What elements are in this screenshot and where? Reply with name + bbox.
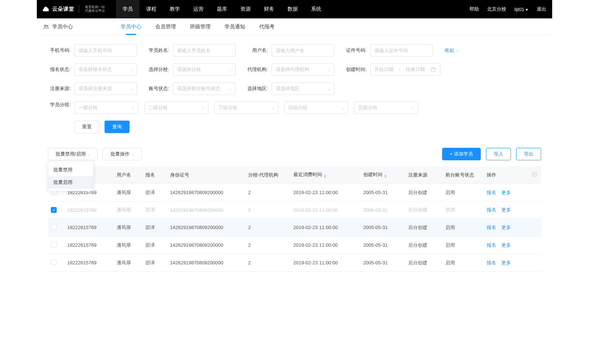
tab-proxy-exam[interactable]: 代报考: [259, 19, 275, 35]
dropdown-disable[interactable]: 批量禁用: [48, 164, 93, 176]
page-title: 学员中心: [52, 24, 73, 30]
action-more[interactable]: 更多: [501, 190, 511, 195]
enrollstatus-select[interactable]: 请选择报名状态⌄: [74, 63, 137, 76]
cell-status: 启用: [442, 254, 484, 272]
cell-created: 2005-05-31: [360, 201, 406, 219]
table-row[interactable]: 18222615769潘筠厚邵泽142629198708092000002201…: [48, 219, 541, 236]
action-signup[interactable]: 报名: [487, 207, 496, 213]
cell-source: 后台创建: [405, 201, 442, 219]
cell-source: 后台创建: [405, 184, 442, 201]
nav-courses[interactable]: 课程: [140, 0, 163, 18]
action-signup[interactable]: 报名: [487, 225, 496, 230]
dropdown-enable[interactable]: 批量启用: [48, 176, 93, 189]
nav-resource[interactable]: 资源: [234, 0, 257, 18]
col-actions: 操作: [484, 166, 541, 184]
nav-finance[interactable]: 财务: [257, 0, 281, 18]
bulk-toggle-button[interactable]: 批量禁用/启用 ⌄: [48, 148, 98, 160]
chevron-up-icon: ︿: [456, 48, 459, 53]
cell-user: 潘筠厚: [114, 236, 142, 254]
name-input[interactable]: [173, 44, 236, 57]
region-select[interactable]: 请选择地区⌄: [272, 82, 334, 95]
group3-select[interactable]: 三级分组⌄: [214, 101, 278, 114]
tab-member-mgmt[interactable]: 会员管理: [155, 19, 176, 35]
chevron-down-icon: ⌄: [229, 87, 232, 91]
action-more[interactable]: 更多: [501, 242, 511, 248]
help-link[interactable]: 帮助: [469, 6, 479, 13]
cell-last: 2019-02-23 11:00:00: [290, 184, 360, 201]
branch-link[interactable]: 北京分校: [487, 6, 506, 13]
gear-icon[interactable]: [532, 171, 537, 178]
add-student-button[interactable]: + 添加学员: [442, 148, 481, 160]
action-more[interactable]: 更多: [501, 260, 511, 265]
nav-ops[interactable]: 运营: [187, 0, 210, 18]
cell-last: 2019-02-23 11:00:00: [290, 201, 360, 219]
col-branch[interactable]: 分校-代理机构: [245, 166, 290, 184]
label-createdtime: 创建时间:: [344, 66, 367, 73]
row-checkbox[interactable]: ✓: [51, 207, 57, 213]
search-button[interactable]: 查询: [105, 121, 130, 133]
cell-actions: 报名更多: [484, 254, 541, 272]
action-signup[interactable]: 报名: [487, 260, 496, 265]
label-acctstatus: 账号状态:: [147, 85, 169, 92]
table-row[interactable]: 18222615769潘筠厚邵泽142629198708092000002201…: [48, 184, 541, 201]
table-row[interactable]: 18222615769潘筠厚邵泽142629198708092000002201…: [48, 254, 541, 272]
label-agency: 代理机构:: [245, 66, 268, 73]
import-button[interactable]: 导入: [486, 148, 511, 160]
cell-status: 禁用: [442, 201, 484, 219]
tab-class-mgmt[interactable]: 班级管理: [190, 19, 211, 35]
nav-question[interactable]: 题库: [210, 0, 234, 18]
reset-button[interactable]: 重置: [74, 121, 99, 133]
branch-select[interactable]: 请选择分校⌄: [173, 63, 236, 76]
action-signup[interactable]: 报名: [487, 242, 496, 248]
col-idno[interactable]: 身份证号: [167, 166, 245, 184]
col-user[interactable]: 用户名: [114, 166, 142, 184]
idno-input[interactable]: [370, 44, 433, 57]
nav-system[interactable]: 系统: [304, 0, 328, 18]
phone-input[interactable]: [74, 44, 137, 57]
nav-students[interactable]: 学员: [116, 0, 140, 18]
col-created[interactable]: 创建时间▲▼: [360, 166, 406, 184]
col-lasttime[interactable]: 最近消费时间▲▼: [290, 166, 360, 184]
svg-point-1: [47, 25, 48, 26]
regsource-select[interactable]: 请选择注册来源⌄: [74, 82, 137, 95]
cell-actions: 报名更多: [484, 236, 541, 254]
action-signup[interactable]: 报名: [487, 190, 496, 195]
group4-select[interactable]: 四级分组⌄: [284, 101, 348, 114]
cell-actions: 报名更多: [484, 184, 541, 201]
username-input[interactable]: [272, 44, 334, 57]
collapse-toggle[interactable]: 收起 ︿: [445, 47, 459, 54]
group1-select[interactable]: 一级分组⌄: [74, 101, 138, 114]
cell-user: 潘筠厚: [114, 254, 142, 272]
agency-select[interactable]: 请选择代理机构⌄: [272, 63, 334, 76]
action-more[interactable]: 更多: [501, 207, 511, 213]
cell-source: 后台创建: [405, 236, 442, 254]
col-source[interactable]: 注册来源: [405, 166, 442, 184]
created-daterange[interactable]: 开始日期 - 结束日期: [370, 63, 440, 76]
col-status[interactable]: 前台账号状态: [442, 166, 484, 184]
row-checkbox[interactable]: [51, 224, 57, 230]
cell-idno: 14262919870809200000: [167, 254, 245, 272]
export-button[interactable]: 导出: [516, 148, 541, 160]
acctstatus-select[interactable]: 请选择前台账号状态⌄: [173, 82, 236, 95]
logout-link[interactable]: 退出: [537, 6, 546, 13]
nav-data[interactable]: 数据: [281, 0, 304, 18]
cell-branch: 2: [245, 184, 290, 201]
group5-select[interactable]: 五级分组⌄: [354, 101, 418, 114]
group2-select[interactable]: 二级分组⌄: [144, 101, 208, 114]
user-menu[interactable]: lijt01▼: [514, 7, 529, 12]
table-row[interactable]: ✓18222615769潘筠厚邵泽14262919870809200000220…: [48, 201, 541, 219]
cell-reg: 邵泽: [142, 254, 167, 272]
col-reg[interactable]: 报名: [142, 166, 167, 184]
tab-student-center[interactable]: 学员中心: [121, 19, 141, 35]
nav-teaching[interactable]: 教学: [163, 0, 187, 18]
action-more[interactable]: 更多: [501, 225, 511, 230]
cell-last: 2019-02-23 11:00:00: [290, 219, 360, 236]
chevron-down-icon: ▼: [525, 8, 529, 12]
bulk-action-button[interactable]: 批量操作 ⌄: [103, 148, 142, 160]
tab-student-notify[interactable]: 学员通知: [225, 19, 245, 35]
row-checkbox[interactable]: [51, 259, 57, 265]
cell-last: 2019-02-23 11:00:00: [290, 236, 360, 254]
table-row[interactable]: 18222615769潘筠厚邵泽142629198708092000002201…: [48, 236, 541, 254]
row-checkbox[interactable]: [51, 242, 57, 247]
cell-created: 2005-05-31: [360, 254, 406, 272]
